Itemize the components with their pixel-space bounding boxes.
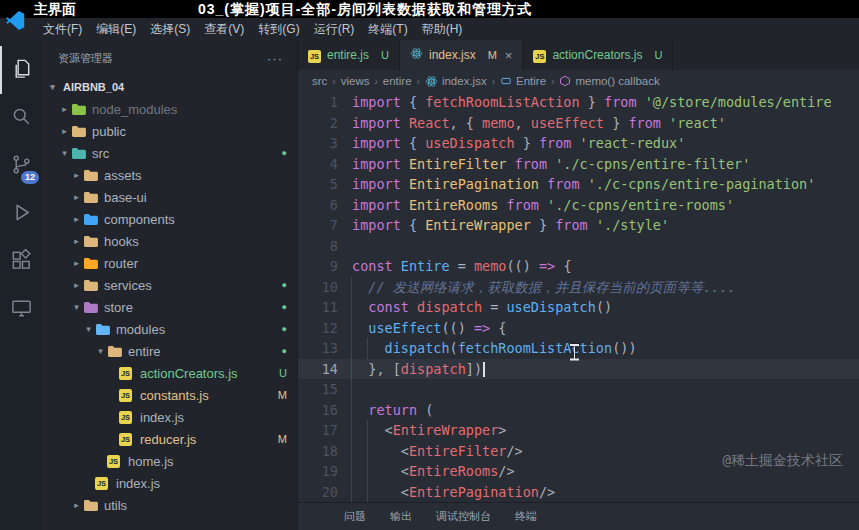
panel-tab-problems[interactable]: 问题 xyxy=(344,509,366,524)
panel-tab-debug-console[interactable]: 调试控制台 xyxy=(436,509,491,524)
js-file-icon: JS xyxy=(119,389,134,402)
activity-source-control-button[interactable]: 12 xyxy=(0,142,42,190)
overlay-home-label: 主界面 xyxy=(34,1,76,19)
menu-go[interactable]: 转到(G) xyxy=(251,18,306,40)
tree-item-components[interactable]: ▸components xyxy=(42,208,297,230)
breadcrumb-memo-callback[interactable]: memo() callback xyxy=(559,75,659,87)
code-line[interactable]: 10 // 发送网络请求，获取数据，并且保存当前的页面等等.... xyxy=(298,277,859,298)
code-line-content: import EntirePagination from './c-cpns/e… xyxy=(338,174,815,195)
activity-explorer-button[interactable] xyxy=(0,46,42,94)
git-status-badge: M xyxy=(488,49,497,61)
tree-item-label: services xyxy=(104,278,152,293)
tree-item-assets[interactable]: ▸assets xyxy=(42,164,297,186)
js-file-icon: JS xyxy=(107,455,122,468)
tree-item-label: constants.js xyxy=(140,388,209,403)
breadcrumb-label: views xyxy=(341,75,370,87)
chevron-right-icon: ▸ xyxy=(70,236,83,246)
code-line[interactable]: 3import { useDispatch } from 'react-redu… xyxy=(298,133,859,154)
code-line[interactable]: 7import { EntireWrapper } from './style' xyxy=(298,215,859,236)
line-number: 14 xyxy=(298,359,338,380)
menu-help[interactable]: 帮助(H) xyxy=(415,18,470,40)
js-file-icon: JS xyxy=(533,48,546,63)
chevron-right-icon: ▸ xyxy=(70,500,83,510)
line-number: 4 xyxy=(298,154,338,175)
tree-item-public[interactable]: ▸public xyxy=(42,120,297,142)
code-line[interactable]: 4import EntireFilter from './c-cpns/enti… xyxy=(298,154,859,175)
tree-item-actioncreators-js[interactable]: JSactionCreators.jsU xyxy=(42,362,297,384)
modified-dot-icon: ● xyxy=(282,346,287,356)
breadcrumb-separator-icon: › xyxy=(417,76,420,87)
tree-item-modules[interactable]: ▾modules● xyxy=(42,318,297,340)
tree-item-hooks[interactable]: ▸hooks xyxy=(42,230,297,252)
breadcrumb-src[interactable]: src xyxy=(312,75,327,87)
code-editor[interactable]: 1import { fetchRoomListAction } from '@/… xyxy=(298,92,859,502)
tree-item-node-modules[interactable]: ▸node_modules xyxy=(42,98,297,120)
breadcrumb-views[interactable]: views xyxy=(341,75,370,87)
code-line[interactable]: 17 <EntireWrapper> xyxy=(298,420,859,441)
line-number: 19 xyxy=(298,461,338,482)
tree-item-router[interactable]: ▸router xyxy=(42,252,297,274)
code-line[interactable]: 15 xyxy=(298,379,859,400)
run-debug-icon xyxy=(10,201,33,228)
code-line[interactable]: 1import { fetchRoomListAction } from '@/… xyxy=(298,92,859,113)
code-line[interactable]: 9const Entire = memo(() => { xyxy=(298,256,859,277)
breadcrumb-entire[interactable]: Entire xyxy=(500,75,546,87)
tree-item-home-js[interactable]: JShome.js xyxy=(42,450,297,472)
code-line[interactable]: 12 useEffect(() => { xyxy=(298,318,859,339)
activity-remote-explorer-button[interactable] xyxy=(0,286,42,334)
tab-index-jsx[interactable]: index.jsxM× xyxy=(400,40,523,70)
tree-item-store[interactable]: ▾store● xyxy=(42,296,297,318)
code-line[interactable]: 16 return ( xyxy=(298,400,859,421)
code-line[interactable]: 20 <EntirePagination/> xyxy=(298,482,859,503)
tree-item-services[interactable]: ▸services● xyxy=(42,274,297,296)
symbol-field-icon xyxy=(500,75,512,87)
menu-edit[interactable]: 编辑(E) xyxy=(89,18,143,40)
breadcrumb-index-jsx[interactable]: index.jsx xyxy=(425,75,487,88)
activity-extensions-button[interactable] xyxy=(0,238,42,286)
tree-item-base-ui[interactable]: ▸base-ui xyxy=(42,186,297,208)
tree-item-label: index.js xyxy=(116,476,160,491)
tree-item-utils[interactable]: ▸utils xyxy=(42,494,297,516)
menu-file[interactable]: 文件(F) xyxy=(36,18,89,40)
tree-item-src[interactable]: ▾src● xyxy=(42,142,297,164)
panel-tab-output[interactable]: 输出 xyxy=(390,509,412,524)
tree-root-airbnb-04[interactable]: ▾ AIRBNB_04 xyxy=(42,76,297,98)
tree-item-label: actionCreators.js xyxy=(140,366,238,381)
line-number: 2 xyxy=(298,113,338,134)
line-number: 5 xyxy=(298,174,338,195)
code-line-content: import React, { memo, useEffect } from '… xyxy=(338,113,726,134)
git-status-badge: U xyxy=(279,367,287,379)
panel-tab-terminal[interactable]: 终端 xyxy=(515,509,537,524)
tree-item-entire[interactable]: ▾entire● xyxy=(42,340,297,362)
code-line[interactable]: 14 }, [dispatch]) xyxy=(298,359,859,380)
code-line[interactable]: 2import React, { memo, useEffect } from … xyxy=(298,113,859,134)
code-line-content: useEffect(() => { xyxy=(338,318,506,339)
watermark: @稀土掘金技术社区 xyxy=(723,452,843,470)
menu-selection[interactable]: 选择(S) xyxy=(143,18,197,40)
activity-run-debug-button[interactable] xyxy=(0,190,42,238)
tree-item-index-js[interactable]: JSindex.js xyxy=(42,472,297,494)
tree-item-constants-js[interactable]: JSconstants.jsM xyxy=(42,384,297,406)
line-number: 16 xyxy=(298,400,338,421)
tree-item-reducer-js[interactable]: JSreducer.jsM xyxy=(42,428,297,450)
tree-item-label: index.js xyxy=(140,410,184,425)
tree-item-label: assets xyxy=(104,168,142,183)
panel-tabs: 问题输出调试控制台终端 xyxy=(298,502,859,530)
menu-view[interactable]: 查看(V) xyxy=(197,18,251,40)
breadcrumb-entire[interactable]: entire xyxy=(383,75,412,87)
code-line[interactable]: 8 xyxy=(298,236,859,257)
tree-item-label: public xyxy=(92,124,126,139)
file-tree: ▸node_modules▸public▾src●▸assets▸base-ui… xyxy=(42,98,297,516)
tree-item-index-js[interactable]: JSindex.js xyxy=(42,406,297,428)
code-line[interactable]: 6import EntireRooms from './c-cpns/entir… xyxy=(298,195,859,216)
tab-entire-js[interactable]: JSentire.jsU xyxy=(298,40,400,70)
activity-search-button[interactable] xyxy=(0,94,42,142)
tab-actioncreators-js[interactable]: JSactionCreators.jsU xyxy=(523,40,673,70)
more-actions-icon[interactable]: ··· xyxy=(267,51,283,66)
code-line[interactable]: 11 const dispatch = useDispatch() xyxy=(298,297,859,318)
line-number: 20 xyxy=(298,482,338,503)
menu-run[interactable]: 运行(R) xyxy=(307,18,362,40)
close-tab-icon[interactable]: × xyxy=(505,48,513,63)
code-line[interactable]: 5import EntirePagination from './c-cpns/… xyxy=(298,174,859,195)
menu-terminal[interactable]: 终端(T) xyxy=(361,18,414,40)
